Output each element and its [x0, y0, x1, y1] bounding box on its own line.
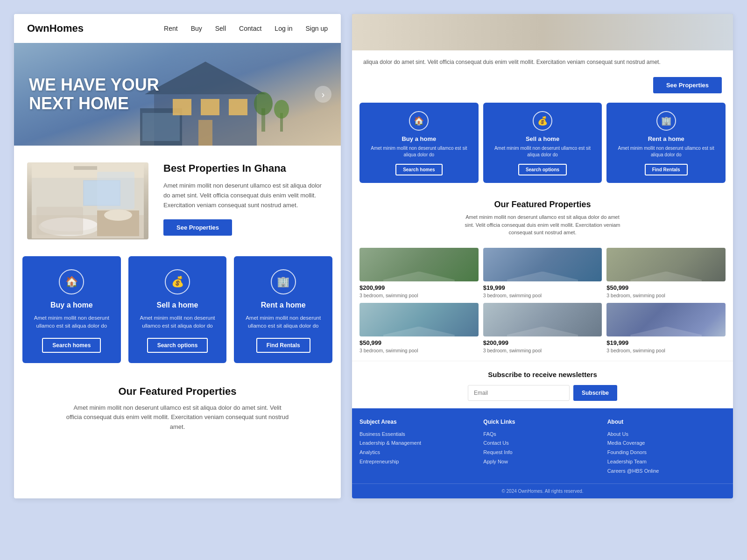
nav-item-signup[interactable]: Sign up [306, 24, 328, 33]
footer-link-1-3[interactable]: Apply Now [483, 457, 601, 467]
svg-point-24 [375, 38, 481, 50]
buy-description: Amet minim mollit non deserunt ullamco e… [31, 314, 113, 330]
right-rent-description: Amet minim mollit non deserunt ullamco e… [611, 145, 721, 158]
property-card-5[interactable]: $19,999 3 bedroom, swimming pool [606, 303, 726, 353]
right-find-rentals-button[interactable]: Find Rentals [645, 164, 688, 175]
best-properties-content: Best Properties In Ghana Amet minim moll… [163, 162, 328, 236]
see-properties-right-button[interactable]: See Properties [653, 77, 722, 93]
property-card-3[interactable]: $50,999 3 bedroom, swimming pool [359, 303, 479, 353]
featured-title-left: Our Featured Properties [27, 385, 328, 398]
service-card-buy: 🏠 Buy a home Amet minim mollit non deser… [22, 256, 121, 363]
see-properties-button[interactable]: See Properties [163, 219, 232, 236]
featured-section-left: Our Featured Properties Amet minim molli… [14, 376, 341, 449]
nav-item-login[interactable]: Log in [275, 24, 292, 33]
property-card-4[interactable]: $200,999 3 bedroom, swimming pool [483, 303, 602, 353]
nav-link-buy[interactable]: Buy [191, 25, 202, 32]
property-description-4: 3 bedroom, swimming pool [483, 348, 602, 353]
service-card-sell: 💰 Sell a home Amet minim mollit non dese… [128, 256, 227, 363]
featured-section-right: Our Featured Properties Amet minim molli… [352, 192, 733, 248]
best-properties-image [27, 162, 148, 239]
svg-rect-28 [622, 14, 624, 50]
newsletter-title: Subscribe to receive newsletters [359, 371, 726, 378]
best-properties-section: Best Properties In Ghana Amet minim moll… [14, 146, 341, 256]
property-card-1[interactable]: $19,999 3 bedroom, swimming pool [483, 248, 602, 298]
property-description-1: 3 bedroom, swimming pool [483, 293, 602, 298]
footer-link-1-1[interactable]: Contact Us [483, 439, 601, 448]
search-homes-button[interactable]: Search homes [42, 338, 101, 353]
nav-links: Rent Buy Sell Contact Log in Sign up [164, 24, 328, 33]
svg-rect-13 [32, 164, 144, 178]
footer-column-2: AboutAbout UsMedia CoverageFounding Dono… [607, 419, 726, 476]
property-image-0 [359, 248, 479, 281]
footer-link-0-2[interactable]: Analytics [359, 448, 478, 457]
rent-description: Amet minim mollit non deserunt ullamco e… [242, 314, 324, 330]
property-price-4: $200,999 [483, 339, 602, 346]
best-properties-description: Amet minim mollit non deserunt ullamco e… [163, 181, 328, 210]
property-price-5: $19,999 [606, 339, 726, 346]
rent-title: Rent a home [261, 301, 306, 309]
property-image-1 [483, 248, 602, 281]
svg-point-21 [104, 210, 132, 221]
svg-rect-23 [352, 14, 504, 50]
hero-next-button[interactable]: › [315, 86, 331, 103]
nav-item-sell[interactable]: Sell [215, 24, 226, 33]
footer-heading-0: Subject Areas [359, 419, 478, 425]
property-image-4 [483, 303, 602, 336]
buy-icon: 🏠 [59, 269, 84, 294]
service-card-rent: 🏢 Rent a home Amet minim mollit non dese… [234, 256, 332, 363]
svg-rect-6 [229, 99, 247, 115]
search-options-button[interactable]: Search options [147, 338, 208, 353]
right-buy-icon: 🏠 [409, 111, 429, 131]
footer-link-0-3[interactable]: Entrepreneurship [359, 457, 478, 467]
subscribe-button[interactable]: Subscribe [573, 385, 617, 401]
footer-heading-2: About [607, 419, 726, 425]
sell-icon: 💰 [165, 269, 190, 294]
footer-link-2-0[interactable]: About Us [607, 430, 726, 439]
email-input[interactable] [468, 385, 570, 401]
footer-link-0-0[interactable]: Business Essentials [359, 430, 478, 439]
property-image-5 [606, 303, 726, 336]
property-price-1: $19,999 [483, 284, 602, 291]
rent-icon: 🏢 [271, 269, 296, 294]
footer-column-0: Subject AreasBusiness EssentialsLeadersh… [359, 419, 478, 476]
svg-rect-4 [173, 99, 191, 115]
left-panel: OwnHomes Rent Buy Sell Contact Log in Si… [14, 14, 341, 498]
property-description-5: 3 bedroom, swimming pool [606, 348, 726, 353]
right-buy-title: Buy a home [402, 135, 436, 142]
property-card-2[interactable]: $50,999 3 bedroom, swimming pool [606, 248, 726, 298]
nav-link-rent[interactable]: Rent [164, 25, 178, 32]
footer-link-1-0[interactable]: FAQs [483, 430, 601, 439]
right-rent-title: Rent a home [648, 135, 684, 142]
footer: Subject AreasBusiness EssentialsLeadersh… [352, 408, 733, 483]
footer-link-2-4[interactable]: Careers @HBS Online [607, 467, 726, 476]
right-sell-icon: 💰 [533, 111, 552, 131]
hero-section: WE HAVE YOUR NEXT HOME › [14, 43, 341, 146]
footer-link-1-2[interactable]: Request Info [483, 448, 601, 457]
property-card-0[interactable]: $200,999 3 bedroom, swimming pool [359, 248, 479, 298]
hero-text: WE HAVE YOUR NEXT HOME [14, 61, 174, 127]
nav-link-sell[interactable]: Sell [215, 25, 226, 32]
property-price-2: $50,999 [606, 284, 726, 291]
right-search-homes-button[interactable]: Search homes [395, 164, 442, 175]
svg-point-16 [41, 217, 97, 231]
nav-item-contact[interactable]: Contact [239, 24, 261, 33]
nav-link-login[interactable]: Log in [275, 25, 292, 32]
nav-link-contact[interactable]: Contact [239, 25, 261, 32]
footer-link-2-1[interactable]: Media Coverage [607, 439, 726, 448]
footer-link-0-1[interactable]: Leadership & Management [359, 439, 478, 448]
property-description-3: 3 bedroom, swimming pool [359, 348, 479, 353]
right-search-options-button[interactable]: Search options [518, 164, 567, 175]
featured-title-right: Our Featured Properties [359, 200, 726, 210]
right-panel: aliqua dolor do amet sint. Velit officia… [352, 14, 733, 498]
nav-item-rent[interactable]: Rent [164, 24, 178, 33]
footer-bottom: © 2024 OwnHomes. All rights reserved. [352, 483, 733, 498]
footer-column-1: Quick LinksFAQsContact UsRequest InfoApp… [483, 419, 601, 476]
svg-rect-19 [74, 166, 97, 170]
find-rentals-button[interactable]: Find Rentals [256, 338, 310, 353]
right-sell-description: Amet minim mollit non deserunt ullamco e… [488, 145, 598, 158]
right-top-image [352, 14, 733, 50]
nav-link-signup[interactable]: Sign up [306, 25, 328, 32]
footer-link-2-2[interactable]: Founding Donors [607, 448, 726, 457]
nav-item-buy[interactable]: Buy [191, 24, 202, 33]
footer-link-2-3[interactable]: Leadership Team [607, 457, 726, 467]
